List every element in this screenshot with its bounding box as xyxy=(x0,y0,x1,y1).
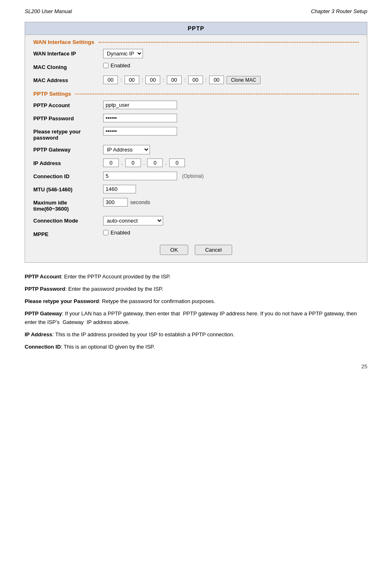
desc-pptp-account: PPTP Account: Enter the PPTP Account pro… xyxy=(25,273,367,281)
mac-cloning-row: MAC Cloning Enabled xyxy=(25,60,367,74)
retype-password-control xyxy=(103,127,359,136)
ip-octet-4[interactable] xyxy=(169,158,185,167)
mac-cloning-checkbox-label[interactable]: Enabled xyxy=(103,62,130,69)
desc-pptp-gateway: PPTP Gateway: If your LAN has a PPTP gat… xyxy=(25,310,367,326)
pptp-account-row: PPTP Account xyxy=(25,99,367,112)
pptp-password-label: PPTP Password xyxy=(33,114,103,122)
pptp-settings-box: PPTP WAN Interface Settings WAN Interfac… xyxy=(25,22,367,263)
ip-octet-3[interactable] xyxy=(147,158,163,167)
pptp-password-row: PPTP Password xyxy=(25,112,367,125)
pptp-account-label: PPTP Account xyxy=(33,101,103,108)
connection-id-optional: (Optional) xyxy=(182,173,204,179)
ip-address-control: . . . xyxy=(103,158,359,167)
wan-interface-ip-row: WAN Interface IP Dynamic IP Static IP PP… xyxy=(25,47,367,60)
max-idle-input[interactable] xyxy=(103,198,128,207)
wan-interface-ip-control: Dynamic IP Static IP PPPoE xyxy=(103,49,359,58)
max-idle-control: seconds xyxy=(103,198,359,207)
mac-address-control: : : : : : Clone MAC xyxy=(103,76,359,84)
retype-password-input[interactable] xyxy=(103,127,177,136)
desc-ip-address: IP Address: This is the IP address provi… xyxy=(25,331,367,339)
mtu-control xyxy=(103,185,359,193)
mppe-row: MPPE Enabled xyxy=(25,227,367,241)
retype-password-label: Please retype your password xyxy=(33,127,103,141)
ok-button[interactable]: OK xyxy=(160,245,188,255)
clone-mac-button[interactable]: Clone MAC xyxy=(226,76,261,84)
desc-pptp-password-term: PPTP Password xyxy=(25,286,65,292)
desc-connection-id-term: Connection ID xyxy=(25,344,61,350)
connection-mode-row: Connection Mode auto-connect manual-conn… xyxy=(25,214,367,227)
wan-interface-ip-label: WAN Interface IP xyxy=(33,49,103,57)
mtu-row: MTU (546-1460) xyxy=(25,183,367,196)
mac-octet-6[interactable] xyxy=(209,76,224,84)
mac-octet-2[interactable] xyxy=(125,76,139,84)
pptp-account-control xyxy=(103,101,359,109)
seconds-label: seconds xyxy=(130,199,150,205)
mppe-checkbox-label[interactable]: Enabled xyxy=(103,230,130,236)
connection-id-input[interactable] xyxy=(103,172,177,180)
desc-pptp-account-term: PPTP Account xyxy=(25,273,61,280)
pptp-account-input[interactable] xyxy=(103,101,177,109)
ip-octet-2[interactable] xyxy=(125,158,141,167)
mac-cloning-checkbox[interactable] xyxy=(103,63,108,68)
connection-mode-select[interactable]: auto-connect manual-connect connect-on-d… xyxy=(103,216,163,225)
ip-address-row: IP Address . . . xyxy=(25,156,367,170)
wan-section-heading: WAN Interface Settings xyxy=(25,35,367,47)
mac-octet-4[interactable] xyxy=(167,76,182,84)
descriptions-section: PPTP Account: Enter the PPTP Account pro… xyxy=(25,273,367,351)
mac-address-row: MAC Address : : : : : Clone MAC xyxy=(25,74,367,87)
desc-ip-term: IP Address xyxy=(25,331,52,338)
box-title: PPTP xyxy=(25,22,367,35)
pptp-section-heading: PPTP Settings xyxy=(25,87,367,99)
connection-id-control: (Optional) xyxy=(103,172,359,180)
mac-cloning-label: MAC Cloning xyxy=(33,62,103,70)
ip-address-label: IP Address xyxy=(33,158,103,166)
pptp-password-control xyxy=(103,114,359,122)
pptp-password-input[interactable] xyxy=(103,114,177,122)
connection-mode-label: Connection Mode xyxy=(33,216,103,224)
page-number: 25 xyxy=(25,363,367,370)
wan-interface-ip-select[interactable]: Dynamic IP Static IP PPPoE xyxy=(103,49,143,58)
mtu-input[interactable] xyxy=(103,185,136,193)
chapter-title: Chapter 3 Router Setup xyxy=(311,8,367,14)
connection-mode-control: auto-connect manual-connect connect-on-d… xyxy=(103,216,359,225)
desc-retype-password: Please retype your Password: Retype the … xyxy=(25,297,367,305)
mppe-enabled-text: Enabled xyxy=(111,230,130,236)
pptp-gateway-row: PPTP Gateway IP Address Domain Name xyxy=(25,143,367,156)
pptp-gateway-select[interactable]: IP Address Domain Name xyxy=(103,145,150,154)
desc-retype-term: Please retype your Password xyxy=(25,298,99,304)
max-idle-label: Maxinum idle time(60~3600) xyxy=(33,198,103,212)
max-idle-row: Maxinum idle time(60~3600) seconds xyxy=(25,196,367,214)
ip-octet-1[interactable] xyxy=(103,158,119,167)
desc-gateway-term: PPTP Gateway xyxy=(25,310,62,317)
cancel-button[interactable]: Cancel xyxy=(195,245,232,255)
retype-password-row: Please retype your password xyxy=(25,125,367,143)
mtu-label: MTU (546-1460) xyxy=(33,185,103,193)
mppe-checkbox[interactable] xyxy=(103,230,108,235)
pptp-gateway-control: IP Address Domain Name xyxy=(103,145,359,154)
mac-octet-1[interactable] xyxy=(103,76,118,84)
mac-cloning-control: Enabled xyxy=(103,62,359,69)
mppe-label: MPPE xyxy=(33,230,103,237)
desc-connection-id: Connection ID: This is an optional ID gi… xyxy=(25,343,367,351)
connection-id-row: Connection ID (Optional) xyxy=(25,170,367,183)
mac-octet-5[interactable] xyxy=(188,76,203,84)
pptp-gateway-label: PPTP Gateway xyxy=(33,145,103,153)
manual-title: SL200 User Manual xyxy=(25,8,72,14)
mac-octet-3[interactable] xyxy=(145,76,160,84)
mac-address-label: MAC Address xyxy=(33,76,103,83)
mac-cloning-enabled-text: Enabled xyxy=(111,62,130,69)
connection-id-label: Connection ID xyxy=(33,172,103,179)
button-row: OK Cancel xyxy=(25,241,367,257)
desc-pptp-password: PPTP Password: Enter the password provid… xyxy=(25,285,367,293)
page-header: SL200 User Manual Chapter 3 Router Setup xyxy=(25,8,367,14)
mppe-control: Enabled xyxy=(103,230,359,236)
